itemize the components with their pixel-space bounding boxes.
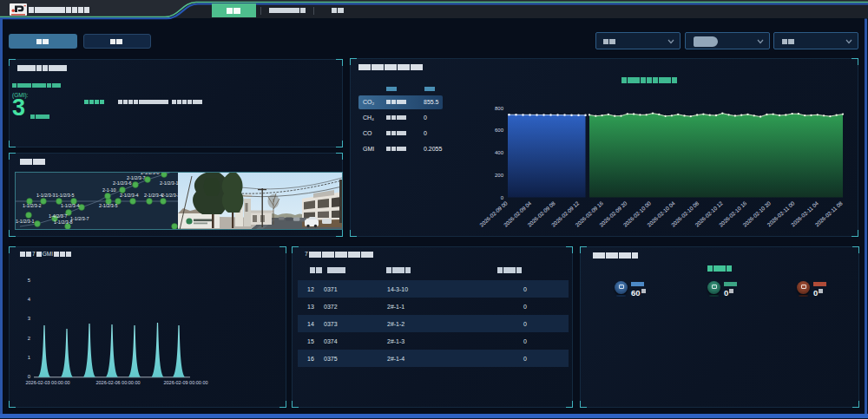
svg-text:2-1/2/3-8: 2-1/2/3-8	[141, 173, 160, 175]
svg-text:2-1/2/3-7: 2-1/2/3-7	[127, 175, 146, 180]
svg-text:2-1/2/3-5: 2-1/2/3-5	[99, 203, 118, 208]
svg-text:4: 4	[28, 297, 31, 302]
svg-text:1-1/2/3-4: 1-1/2/3-4	[61, 203, 80, 208]
svg-text:2-1/2/3-2: 2-1/2/3-2	[161, 193, 181, 198]
svg-text:2-1/2/3-4: 2-1/2/3-4	[144, 193, 163, 198]
svg-text:1-1/2/3-3: 1-1/2/3-3	[36, 193, 56, 198]
svg-text:2: 2	[28, 336, 31, 341]
svg-text:2026-02-09 00:00:00: 2026-02-09 00:00:00	[163, 380, 207, 385]
svg-text:1-1/2/3-2: 1-1/2/3-2	[23, 203, 42, 208]
svg-text:0: 0	[28, 374, 31, 379]
svg-text:1-1/2/3-5: 1-1/2/3-5	[56, 193, 75, 198]
svg-text:2026-02-03 00:00:00: 2026-02-03 00:00:00	[25, 380, 69, 385]
svg-text:1: 1	[28, 355, 31, 360]
svg-text:1-1/2/3-1: 1-1/2/3-1	[16, 219, 35, 224]
svg-text:600: 600	[495, 128, 504, 133]
svg-text:0: 0	[501, 195, 504, 200]
svg-text:2026-02-06 00:00:00: 2026-02-06 00:00:00	[95, 380, 140, 385]
svg-text:1-1/2/3-7: 1-1/2/3-7	[70, 216, 89, 221]
svg-text:5: 5	[28, 278, 31, 283]
svg-text:3: 3	[28, 316, 31, 321]
svg-text:2-1/2/3-1: 2-1/2/3-1	[160, 180, 179, 186]
svg-text:2-1/2/3-4: 2-1/2/3-4	[120, 193, 139, 198]
svg-text:1-1/2/3-8: 1-1/2/3-8	[54, 219, 73, 225]
svg-text:2-1/2/3-6: 2-1/2/3-6	[113, 180, 132, 186]
svg-text:1-4/2/3-7: 1-4/2/3-7	[49, 213, 68, 219]
svg-text:400: 400	[495, 150, 504, 155]
svg-text:200: 200	[495, 173, 504, 178]
svg-text:800: 800	[495, 106, 504, 111]
svg-text:2-1-10: 2-1-10	[102, 187, 116, 193]
